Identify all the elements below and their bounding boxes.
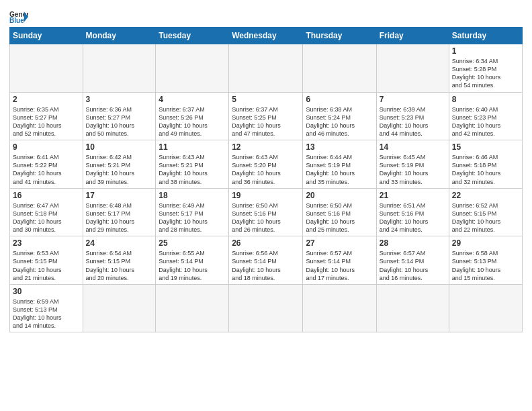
day-info: Sunrise: 6:36 AM Sunset: 5:27 PM Dayligh… [86,105,153,138]
header: General Blue [9,7,523,24]
calendar-day-cell [303,284,376,332]
day-info: Sunrise: 6:49 AM Sunset: 5:17 PM Dayligh… [159,201,226,234]
day-info: Sunrise: 6:43 AM Sunset: 5:21 PM Dayligh… [159,153,226,186]
day-info: Sunrise: 6:46 AM Sunset: 5:18 PM Dayligh… [452,153,519,186]
calendar-day-cell [10,44,83,93]
calendar-day-cell [376,44,449,93]
day-number: 16 [13,191,80,200]
calendar-day-cell: 2Sunrise: 6:35 AM Sunset: 5:27 PM Daylig… [10,92,83,140]
calendar-day-cell [449,284,522,332]
day-number: 30 [13,287,80,296]
day-info: Sunrise: 6:58 AM Sunset: 5:13 PM Dayligh… [452,249,519,282]
calendar-header-row: SundayMondayTuesdayWednesdayThursdayFrid… [10,28,523,44]
day-info: Sunrise: 6:45 AM Sunset: 5:19 PM Dayligh… [380,153,446,186]
day-info: Sunrise: 6:44 AM Sunset: 5:19 PM Dayligh… [306,153,373,186]
day-number: 6 [306,95,373,104]
calendar-day-cell: 9Sunrise: 6:41 AM Sunset: 5:22 PM Daylig… [10,140,83,189]
day-info: Sunrise: 6:53 AM Sunset: 5:15 PM Dayligh… [13,249,80,282]
day-info: Sunrise: 6:56 AM Sunset: 5:14 PM Dayligh… [232,249,300,282]
calendar-day-cell: 12Sunrise: 6:43 AM Sunset: 5:20 PM Dayli… [229,140,303,189]
day-number: 12 [232,142,300,152]
calendar-day-cell: 24Sunrise: 6:54 AM Sunset: 5:15 PM Dayli… [83,236,156,285]
day-number: 15 [452,142,519,152]
day-number: 17 [86,191,153,200]
day-number: 19 [232,191,300,200]
calendar-day-cell: 18Sunrise: 6:49 AM Sunset: 5:17 PM Dayli… [156,188,229,236]
calendar-header-tuesday: Tuesday [156,28,229,44]
day-number: 9 [13,142,80,152]
day-number: 3 [86,95,153,104]
calendar-day-cell [229,44,303,93]
day-info: Sunrise: 6:54 AM Sunset: 5:15 PM Dayligh… [86,249,153,282]
day-number: 25 [159,238,226,248]
calendar-day-cell [303,44,376,93]
day-info: Sunrise: 6:57 AM Sunset: 5:14 PM Dayligh… [306,249,373,282]
calendar-day-cell [376,284,449,332]
day-info: Sunrise: 6:47 AM Sunset: 5:18 PM Dayligh… [13,201,80,234]
day-number: 11 [159,142,226,152]
calendar-day-cell [156,44,229,93]
calendar-day-cell [156,284,229,332]
calendar-day-cell: 7Sunrise: 6:39 AM Sunset: 5:23 PM Daylig… [376,92,449,140]
calendar-header-friday: Friday [376,28,449,44]
calendar-day-cell: 8Sunrise: 6:40 AM Sunset: 5:23 PM Daylig… [449,92,522,140]
calendar-day-cell: 23Sunrise: 6:53 AM Sunset: 5:15 PM Dayli… [10,236,83,285]
calendar-day-cell: 1Sunrise: 6:34 AM Sunset: 5:28 PM Daylig… [449,44,522,93]
calendar-day-cell: 26Sunrise: 6:56 AM Sunset: 5:14 PM Dayli… [229,236,303,285]
day-info: Sunrise: 6:57 AM Sunset: 5:14 PM Dayligh… [380,249,446,282]
calendar-day-cell: 3Sunrise: 6:36 AM Sunset: 5:27 PM Daylig… [83,92,156,140]
day-number: 24 [86,238,153,248]
logo-icon: General Blue [9,9,28,24]
day-info: Sunrise: 6:43 AM Sunset: 5:20 PM Dayligh… [232,153,300,186]
calendar-day-cell [83,44,156,93]
calendar-day-cell: 6Sunrise: 6:38 AM Sunset: 5:24 PM Daylig… [303,92,376,140]
day-info: Sunrise: 6:55 AM Sunset: 5:14 PM Dayligh… [159,249,226,282]
day-info: Sunrise: 6:52 AM Sunset: 5:15 PM Dayligh… [452,201,519,234]
calendar-header-wednesday: Wednesday [229,28,303,44]
calendar-header-thursday: Thursday [303,28,376,44]
day-number: 28 [380,238,446,248]
calendar-day-cell: 17Sunrise: 6:48 AM Sunset: 5:17 PM Dayli… [83,188,156,236]
day-info: Sunrise: 6:59 AM Sunset: 5:13 PM Dayligh… [13,298,80,330]
calendar-day-cell: 5Sunrise: 6:37 AM Sunset: 5:25 PM Daylig… [229,92,303,140]
day-number: 29 [452,238,519,248]
day-number: 5 [232,95,300,104]
calendar-header-saturday: Saturday [449,28,522,44]
day-number: 13 [306,142,373,152]
day-number: 27 [306,238,373,248]
calendar-day-cell: 20Sunrise: 6:50 AM Sunset: 5:16 PM Dayli… [303,188,376,236]
calendar-day-cell: 11Sunrise: 6:43 AM Sunset: 5:21 PM Dayli… [156,140,229,189]
calendar-day-cell: 28Sunrise: 6:57 AM Sunset: 5:14 PM Dayli… [376,236,449,285]
day-info: Sunrise: 6:35 AM Sunset: 5:27 PM Dayligh… [13,105,80,138]
day-number: 14 [380,142,446,152]
calendar-day-cell: 25Sunrise: 6:55 AM Sunset: 5:14 PM Dayli… [156,236,229,285]
calendar-day-cell: 15Sunrise: 6:46 AM Sunset: 5:18 PM Dayli… [449,140,522,189]
day-info: Sunrise: 6:41 AM Sunset: 5:22 PM Dayligh… [13,153,80,186]
calendar-week-row: 23Sunrise: 6:53 AM Sunset: 5:15 PM Dayli… [10,236,523,285]
calendar-day-cell: 29Sunrise: 6:58 AM Sunset: 5:13 PM Dayli… [449,236,522,285]
day-number: 18 [159,191,226,200]
day-number: 4 [159,95,226,104]
calendar-week-row: 2Sunrise: 6:35 AM Sunset: 5:27 PM Daylig… [10,92,523,140]
day-info: Sunrise: 6:40 AM Sunset: 5:23 PM Dayligh… [452,105,519,138]
calendar-day-cell: 13Sunrise: 6:44 AM Sunset: 5:19 PM Dayli… [303,140,376,189]
calendar-day-cell: 27Sunrise: 6:57 AM Sunset: 5:14 PM Dayli… [303,236,376,285]
calendar-day-cell: 21Sunrise: 6:51 AM Sunset: 5:16 PM Dayli… [376,188,449,236]
day-info: Sunrise: 6:42 AM Sunset: 5:21 PM Dayligh… [86,153,153,186]
day-number: 10 [86,142,153,152]
day-info: Sunrise: 6:39 AM Sunset: 5:23 PM Dayligh… [380,105,446,138]
day-info: Sunrise: 6:37 AM Sunset: 5:26 PM Dayligh… [159,105,226,138]
calendar-day-cell: 30Sunrise: 6:59 AM Sunset: 5:13 PM Dayli… [10,284,83,332]
day-number: 23 [13,238,80,248]
day-number: 2 [13,95,80,104]
day-number: 20 [306,191,373,200]
calendar-table: SundayMondayTuesdayWednesdayThursdayFrid… [9,27,523,332]
calendar-day-cell [229,284,303,332]
calendar-day-cell: 16Sunrise: 6:47 AM Sunset: 5:18 PM Dayli… [10,188,83,236]
day-info: Sunrise: 6:50 AM Sunset: 5:16 PM Dayligh… [306,201,373,234]
day-info: Sunrise: 6:34 AM Sunset: 5:28 PM Dayligh… [452,57,519,90]
calendar-day-cell: 4Sunrise: 6:37 AM Sunset: 5:26 PM Daylig… [156,92,229,140]
calendar-day-cell: 22Sunrise: 6:52 AM Sunset: 5:15 PM Dayli… [449,188,522,236]
day-number: 7 [380,95,446,104]
day-number: 26 [232,238,300,248]
